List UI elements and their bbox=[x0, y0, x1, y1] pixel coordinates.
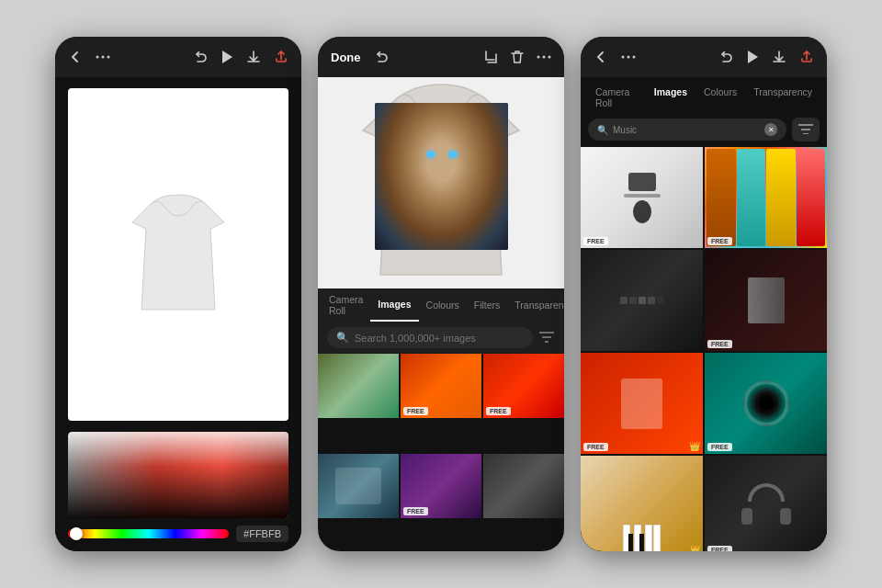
cat-photo bbox=[375, 103, 508, 250]
tab-images[interactable]: Images bbox=[370, 288, 418, 322]
crown-badge3-2: 👑 bbox=[690, 545, 700, 551]
phone1-topbar bbox=[55, 37, 301, 77]
grid-thumb-4[interactable] bbox=[318, 454, 399, 518]
free-badge3-3: FREE bbox=[707, 340, 732, 348]
free-badge-3: FREE bbox=[403, 507, 428, 515]
phone2-bottom-tabs: Camera Roll Images Colours Filters Trans… bbox=[318, 288, 564, 322]
grid-thumb-2[interactable]: FREE bbox=[401, 354, 481, 418]
grid-thumb3-5[interactable]: FREE 👑 bbox=[581, 353, 703, 454]
tab-colours[interactable]: Colours bbox=[419, 288, 467, 322]
cat-eye-right bbox=[448, 151, 458, 158]
svg-point-3 bbox=[537, 56, 540, 59]
phone2-search-area: 🔍 bbox=[318, 322, 564, 354]
cat-eyes bbox=[426, 151, 458, 158]
phone2-image-grid: FREE FREE FREE bbox=[318, 354, 564, 551]
cat-eye-left bbox=[426, 151, 435, 158]
svg-point-10 bbox=[628, 56, 630, 59]
grid-thumb3-8[interactable]: FREE bbox=[705, 456, 827, 551]
undo-icon-2[interactable] bbox=[374, 50, 389, 64]
grid-thumb3-1[interactable]: FREE bbox=[581, 147, 703, 248]
svg-point-1 bbox=[102, 56, 105, 59]
phone-3: Camera Roll Images Colours Transparency … bbox=[581, 37, 827, 551]
filter-icon[interactable] bbox=[538, 330, 555, 345]
shirt-image-area bbox=[123, 190, 233, 319]
phone2-topbar: Done bbox=[318, 37, 564, 77]
search-input-box[interactable]: 🔍 bbox=[327, 327, 533, 348]
tab3-transparency[interactable]: Transparency bbox=[746, 83, 820, 112]
free-badge3-1: FREE bbox=[583, 237, 608, 245]
more-icon-3[interactable] bbox=[621, 55, 636, 59]
crown-badge3-1: 👑 bbox=[689, 441, 700, 451]
undo-icon-3[interactable] bbox=[718, 50, 733, 64]
svg-point-2 bbox=[107, 56, 110, 59]
more-icon-2[interactable] bbox=[537, 55, 551, 59]
filter-button-3[interactable] bbox=[792, 118, 820, 141]
phone1-body: #FFBFB bbox=[55, 77, 301, 551]
hex-badge: #FFBFB bbox=[236, 526, 288, 542]
cat-image-overlay bbox=[375, 103, 508, 250]
search-icon: 🔍 bbox=[336, 332, 349, 344]
grid-thumb3-3[interactable] bbox=[581, 250, 703, 351]
download-icon-3[interactable] bbox=[772, 50, 786, 64]
grid-thumb3-7[interactable]: 👑 bbox=[581, 456, 703, 551]
phone3-body: Camera Roll Images Colours Transparency … bbox=[581, 77, 827, 551]
phone2-body: Camera Roll Images Colours Filters Trans… bbox=[318, 77, 564, 551]
free-badge3-5: FREE bbox=[707, 443, 732, 451]
grid-thumb3-2[interactable]: FREE bbox=[705, 147, 827, 248]
phone3-top-tabs: Camera Roll Images Colours Transparency bbox=[581, 77, 827, 112]
screens-container: #FFBFB Done bbox=[55, 37, 827, 551]
tab3-camera-roll[interactable]: Camera Roll bbox=[588, 83, 645, 112]
search-icon-3: 🔍 bbox=[597, 125, 608, 135]
hue-thumb[interactable] bbox=[70, 527, 83, 540]
shirt-canvas-2 bbox=[318, 77, 564, 288]
free-badge-1: FREE bbox=[403, 407, 428, 415]
shirt-canvas-1 bbox=[68, 88, 288, 421]
svg-point-5 bbox=[548, 56, 551, 59]
delete-icon[interactable] bbox=[511, 50, 524, 64]
free-badge3-6: FREE bbox=[707, 546, 732, 551]
back-icon[interactable] bbox=[68, 50, 83, 64]
svg-point-0 bbox=[96, 56, 99, 59]
phone3-topbar bbox=[581, 37, 827, 77]
tab-filters[interactable]: Filters bbox=[467, 288, 508, 322]
phone3-image-grid: FREE FREE bbox=[581, 147, 827, 551]
search-value-3: Music bbox=[613, 125, 760, 135]
free-badge-2: FREE bbox=[486, 407, 511, 415]
tab3-colours[interactable]: Colours bbox=[696, 83, 744, 112]
upload-icon[interactable] bbox=[274, 50, 288, 64]
gradient-picker[interactable] bbox=[68, 432, 288, 518]
svg-point-11 bbox=[633, 56, 636, 59]
free-badge3-2: FREE bbox=[707, 237, 732, 245]
hue-slider[interactable] bbox=[68, 529, 229, 538]
crop-icon[interactable] bbox=[483, 50, 498, 64]
grid-thumb3-6[interactable]: FREE bbox=[705, 353, 827, 454]
color-picker-area: #FFBFB bbox=[55, 432, 301, 551]
grid-thumb-3[interactable]: FREE bbox=[483, 354, 564, 418]
phone3-search-row: 🔍 Music ✕ bbox=[581, 112, 827, 147]
tab-transparency-2[interactable]: Transparency bbox=[507, 288, 564, 322]
upload-icon-3[interactable] bbox=[799, 50, 814, 64]
grid-thumb3-4[interactable]: FREE bbox=[705, 250, 827, 351]
grid-thumb-1[interactable] bbox=[318, 354, 399, 418]
undo-icon[interactable] bbox=[193, 50, 208, 64]
tab3-images[interactable]: Images bbox=[647, 83, 695, 112]
clear-search-button[interactable]: ✕ bbox=[764, 123, 777, 136]
more-icon[interactable] bbox=[96, 55, 110, 59]
search-input[interactable] bbox=[355, 333, 524, 344]
search-box-3[interactable]: 🔍 Music ✕ bbox=[588, 119, 786, 141]
grid-thumb-6[interactable] bbox=[483, 454, 564, 518]
back-icon-3[interactable] bbox=[594, 50, 608, 64]
gradient-inner bbox=[68, 432, 288, 518]
svg-point-4 bbox=[543, 56, 546, 59]
phone-1: #FFBFB bbox=[55, 37, 301, 551]
grid-thumb-5[interactable]: FREE bbox=[401, 454, 481, 518]
hue-slider-row: #FFBFB bbox=[68, 526, 288, 542]
play-icon[interactable] bbox=[220, 50, 233, 64]
done-button[interactable]: Done bbox=[331, 51, 361, 64]
tab-camera-roll[interactable]: Camera Roll bbox=[322, 288, 370, 322]
shirt-with-image bbox=[349, 77, 533, 288]
shirt-svg bbox=[123, 190, 233, 319]
svg-point-9 bbox=[622, 56, 625, 59]
play-icon-3[interactable] bbox=[746, 50, 759, 64]
download-icon[interactable] bbox=[246, 50, 261, 64]
